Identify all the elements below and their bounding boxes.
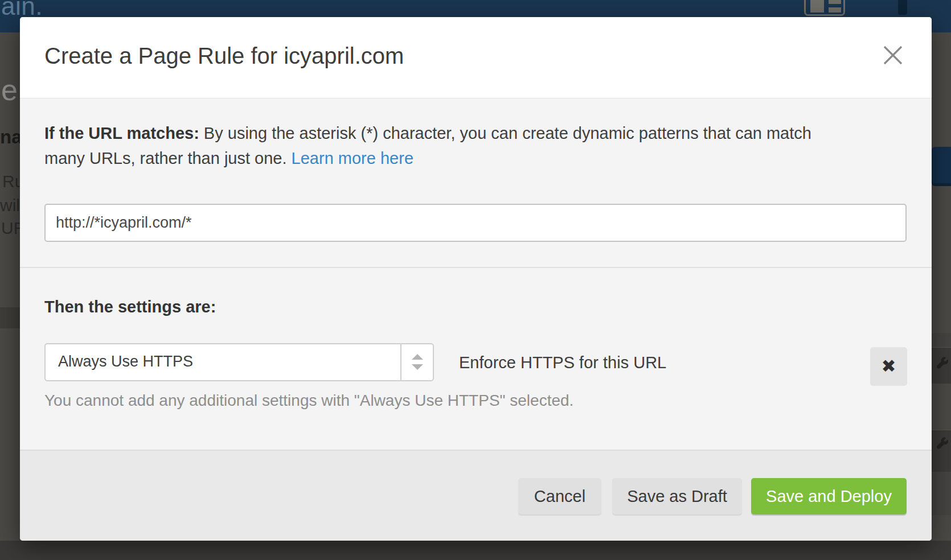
- setting-note: You cannot add any additional settings w…: [44, 392, 573, 410]
- page-rule-modal: Create a Page Rule for icyapril.com If t…: [20, 17, 932, 541]
- background-band: [932, 333, 951, 347]
- wrench-icon: [934, 437, 949, 452]
- url-pattern-input[interactable]: [44, 204, 907, 242]
- save-and-deploy-button[interactable]: Save and Deploy: [751, 478, 907, 514]
- layout-cards-icon: [804, 0, 845, 16]
- wrench-icon: [934, 357, 949, 372]
- layout-icon-bar: [829, 0, 841, 4]
- background-band: [0, 307, 20, 328]
- settings-heading: Then the settings are:: [44, 298, 216, 316]
- background-table-row: [932, 347, 951, 384]
- save-as-draft-button[interactable]: Save as Draft: [612, 478, 742, 514]
- setting-select[interactable]: Always Use HTTPS: [44, 343, 434, 381]
- chevron-down-icon: [412, 364, 423, 370]
- section-divider: [20, 267, 932, 268]
- setting-description: Enforce HTTPS for this URL: [459, 353, 666, 372]
- background-table-row: [932, 430, 951, 472]
- chevron-up-icon: [412, 354, 423, 360]
- screen: ain. e nav Ru will UR Create a Page Rule…: [0, 0, 951, 560]
- cancel-button[interactable]: Cancel: [518, 478, 601, 514]
- url-match-label: If the URL matches:: [44, 124, 199, 142]
- learn-more-link[interactable]: Learn more here: [292, 149, 413, 167]
- background-text-fragment: e: [1, 73, 18, 107]
- layout-icon-bar: [829, 7, 841, 13]
- close-icon[interactable]: [880, 42, 906, 68]
- modal-title: Create a Page Rule for icyapril.com: [44, 44, 404, 68]
- modal-header: Create a Page Rule for icyapril.com: [20, 17, 932, 98]
- background-band: [932, 472, 951, 515]
- remove-setting-button[interactable]: ✖: [870, 347, 907, 385]
- background-clipped-element: [898, 0, 907, 15]
- background-band: [0, 541, 951, 560]
- setting-select-value: Always Use HTTPS: [58, 353, 193, 370]
- background-clipped-blue-button: [932, 147, 951, 183]
- modal-footer: Cancel Save as Draft Save and Deploy: [20, 450, 932, 541]
- select-arrows-icon: [400, 344, 433, 380]
- layout-icon-block: [810, 0, 824, 13]
- url-match-description: If the URL matches: By using the asteris…: [44, 121, 853, 171]
